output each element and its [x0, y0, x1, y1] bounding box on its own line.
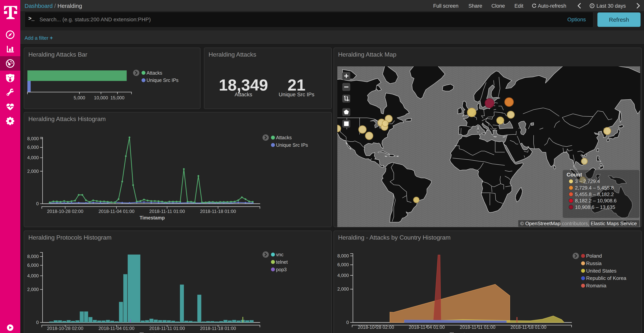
svg-text:18,349: 18,349 — [219, 76, 268, 94]
svg-text:Poland: Poland — [586, 253, 602, 259]
svg-text:Unique Src IPs: Unique Src IPs — [276, 142, 308, 148]
svg-text:0: 0 — [36, 320, 39, 325]
svg-text:5,000: 5,000 — [74, 95, 85, 100]
svg-text:4,000: 4,000 — [337, 273, 349, 278]
svg-text:pop3: pop3 — [276, 267, 287, 272]
svg-text:2,000: 2,000 — [337, 286, 349, 291]
svg-text:4,000: 4,000 — [27, 155, 39, 160]
svg-text:2018-11-18 01:00: 2018-11-18 01:00 — [510, 324, 546, 330]
svg-text:Count: Count — [566, 172, 582, 178]
svg-text:8,000: 8,000 — [27, 136, 39, 141]
svg-text:2018-11-04 01:00: 2018-11-04 01:00 — [409, 324, 445, 330]
svg-text:2018-11-11 01:00: 2018-11-11 01:00 — [149, 209, 185, 214]
svg-text:8,000: 8,000 — [27, 254, 39, 259]
svg-text:Unique Src IPs: Unique Src IPs — [146, 78, 179, 83]
svg-text:2018-10-28 02:00: 2018-10-28 02:00 — [47, 209, 84, 214]
svg-text:3 – 2,729.4: 3 – 2,729.4 — [575, 178, 600, 184]
svg-text:2018-11-18 01:00: 2018-11-18 01:00 — [200, 326, 236, 331]
svg-text:Timestamp: Timestamp — [140, 215, 165, 220]
svg-text:Romania: Romania — [586, 283, 606, 288]
svg-text:Russia: Russia — [586, 260, 602, 266]
svg-text:United States: United States — [586, 268, 616, 274]
svg-text:8,000: 8,000 — [337, 253, 349, 258]
svg-text:Timestamp: Timestamp — [140, 332, 165, 333]
svg-text:10,908.6 – 13,635: 10,908.6 – 13,635 — [575, 204, 615, 210]
svg-text:© OpenStreetMap contributors,: © OpenStreetMap contributors, Elastic Ma… — [520, 221, 637, 226]
svg-text:6,000: 6,000 — [27, 263, 39, 268]
svg-text:Attacks: Attacks — [146, 70, 162, 76]
svg-text:2018-10-28 02:00: 2018-10-28 02:00 — [358, 324, 394, 330]
svg-text:2018-11-18 01:00: 2018-11-18 01:00 — [200, 209, 236, 214]
svg-text:Unique Src IPs: Unique Src IPs — [279, 92, 314, 97]
svg-text:2018-11-04 01:00: 2018-11-04 01:00 — [98, 209, 134, 214]
svg-text:0: 0 — [36, 201, 39, 206]
svg-text:4,000: 4,000 — [27, 273, 39, 278]
svg-text:Attacks: Attacks — [276, 135, 292, 140]
svg-text:2018-11-11 01:00: 2018-11-11 01:00 — [460, 324, 496, 330]
svg-text:6,000: 6,000 — [337, 262, 349, 267]
svg-text:Timestamp: Timestamp — [450, 332, 475, 333]
svg-text:2,000: 2,000 — [27, 287, 39, 292]
svg-text:telnet: telnet — [276, 259, 288, 265]
svg-text:8,182.2 – 10,908.6: 8,182.2 – 10,908.6 — [575, 198, 616, 203]
svg-text:0: 0 — [346, 320, 349, 325]
svg-text:10,000: 10,000 — [94, 95, 108, 100]
svg-text:5,455.8 – 8,182.2: 5,455.8 – 8,182.2 — [575, 191, 614, 197]
svg-text:15,000: 15,000 — [110, 95, 124, 100]
svg-text:21: 21 — [288, 76, 305, 94]
svg-text:Republic of Korea: Republic of Korea — [586, 275, 626, 281]
svg-text:Attacks: Attacks — [234, 92, 252, 97]
svg-text:2,729.4 – 5,455.8: 2,729.4 – 5,455.8 — [575, 185, 614, 191]
svg-text:2018-10-28 02:00: 2018-10-28 02:00 — [47, 326, 84, 331]
svg-text:2018-11-11 01:00: 2018-11-11 01:00 — [149, 326, 185, 331]
svg-text:vnc: vnc — [276, 252, 284, 257]
svg-text:2018-11-04 01:00: 2018-11-04 01:00 — [98, 326, 134, 331]
svg-text:6,000: 6,000 — [27, 145, 39, 150]
svg-text:2,000: 2,000 — [27, 169, 39, 174]
